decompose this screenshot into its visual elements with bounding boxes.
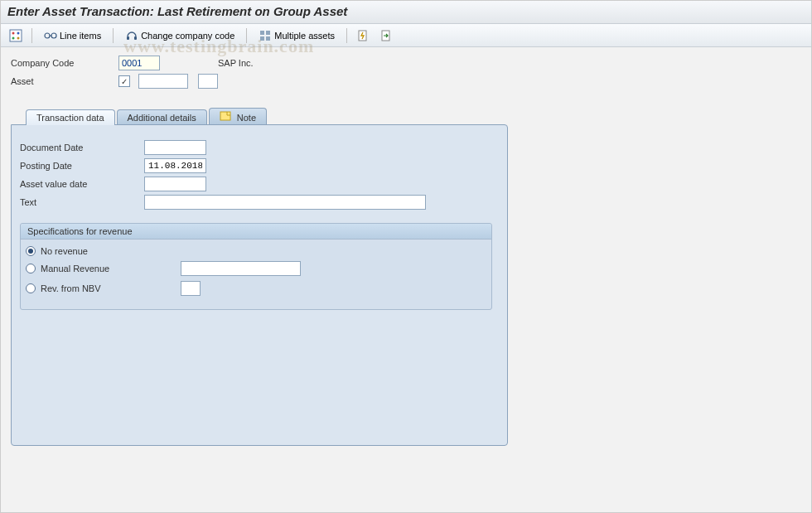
svg-point-3 (12, 36, 15, 39)
svg-rect-10 (266, 31, 270, 35)
svg-rect-7 (127, 36, 129, 40)
tab-strip: Transaction data Additional details Note (11, 107, 801, 124)
asset-value-date-input[interactable] (144, 177, 206, 191)
document-arrow-icon (379, 29, 393, 42)
rev-from-nbv-label: Rev. from NBV (41, 283, 123, 293)
svg-rect-0 (10, 30, 22, 41)
manual-revenue-label: Manual Revenue (41, 264, 123, 273)
svg-point-4 (17, 36, 20, 39)
no-revenue-radio[interactable] (26, 246, 36, 256)
svg-point-6 (51, 33, 56, 38)
asset-label: Asset (11, 76, 118, 86)
change-company-code-button[interactable]: Change company code (119, 27, 240, 45)
multiple-assets-label: Multiple assets (274, 31, 335, 41)
overview-icon (9, 29, 22, 42)
line-items-label: Line items (60, 31, 101, 41)
tab-transaction-data-label: Transaction data (36, 113, 104, 123)
application-toolbar: Line items Change company code Multiple … (1, 24, 811, 47)
rev-from-nbv-radio[interactable] (26, 283, 36, 293)
svg-rect-11 (260, 36, 264, 41)
asset-row: Asset ✓ (11, 74, 801, 89)
svg-point-5 (45, 33, 50, 38)
manual-revenue-input[interactable] (181, 261, 301, 276)
page-title: Enter Asset Transaction: Last Retirement… (7, 4, 347, 18)
svg-rect-12 (266, 36, 270, 41)
document-date-input[interactable] (144, 140, 206, 155)
glasses-icon (44, 29, 57, 42)
line-items-button[interactable]: Line items (38, 27, 107, 45)
manual-revenue-radio[interactable] (26, 264, 36, 273)
toolbar-separator (113, 28, 114, 43)
revenue-groupbox: Specifications for revenue No revenue Ma… (20, 223, 492, 310)
toolbar-action-2[interactable] (376, 27, 396, 45)
svg-rect-9 (260, 31, 264, 35)
tab-additional-details[interactable]: Additional details (117, 109, 207, 125)
text-label: Text (20, 197, 144, 207)
posting-date-label: Posting Date (20, 161, 144, 171)
company-code-label: Company Code (11, 58, 118, 68)
toolbar-action-1[interactable] (353, 27, 373, 45)
tab-additional-details-label: Additional details (128, 113, 196, 123)
headset-icon (125, 29, 138, 42)
svg-point-1 (12, 31, 15, 34)
asset-input[interactable] (138, 74, 188, 89)
svg-rect-15 (220, 112, 230, 120)
toolbar-separator (346, 28, 347, 43)
svg-rect-8 (134, 36, 137, 40)
work-area: Company Code SAP Inc. Asset ✓ Transactio… (1, 47, 811, 456)
company-name-text: SAP Inc. (218, 58, 254, 68)
change-company-code-label: Change company code (141, 31, 234, 41)
tab-transaction-data[interactable]: Transaction data (26, 109, 115, 125)
rev-from-nbv-input[interactable] (181, 281, 201, 296)
multiple-assets-button[interactable]: Multiple assets (253, 27, 341, 45)
asset-checkbox[interactable]: ✓ (118, 75, 130, 87)
tab-panel-transaction-data: Document Date Posting Date Asset value d… (11, 124, 508, 446)
title-bar: Enter Asset Transaction: Last Retirement… (1, 1, 811, 24)
asset-value-date-label: Asset value date (20, 179, 144, 189)
document-lightning-icon (356, 29, 370, 42)
tab-container: Transaction data Additional details Note… (11, 107, 801, 446)
note-icon (220, 113, 234, 123)
subnumber-input[interactable] (198, 74, 218, 89)
tab-note-label: Note (237, 113, 256, 123)
toolbar-separator (246, 28, 247, 43)
tab-note[interactable]: Note (209, 108, 267, 125)
document-date-label: Document Date (20, 143, 144, 152)
no-revenue-label: No revenue (41, 246, 88, 256)
posting-date-input[interactable] (144, 158, 206, 173)
svg-point-2 (17, 31, 20, 34)
company-code-input[interactable] (118, 56, 160, 70)
text-input[interactable] (144, 195, 426, 210)
revenue-group-title: Specifications for revenue (21, 224, 491, 240)
toolbar-separator (31, 28, 32, 43)
grid-icon (259, 29, 272, 42)
overview-button[interactable] (6, 27, 26, 45)
company-code-row: Company Code SAP Inc. (11, 56, 801, 70)
